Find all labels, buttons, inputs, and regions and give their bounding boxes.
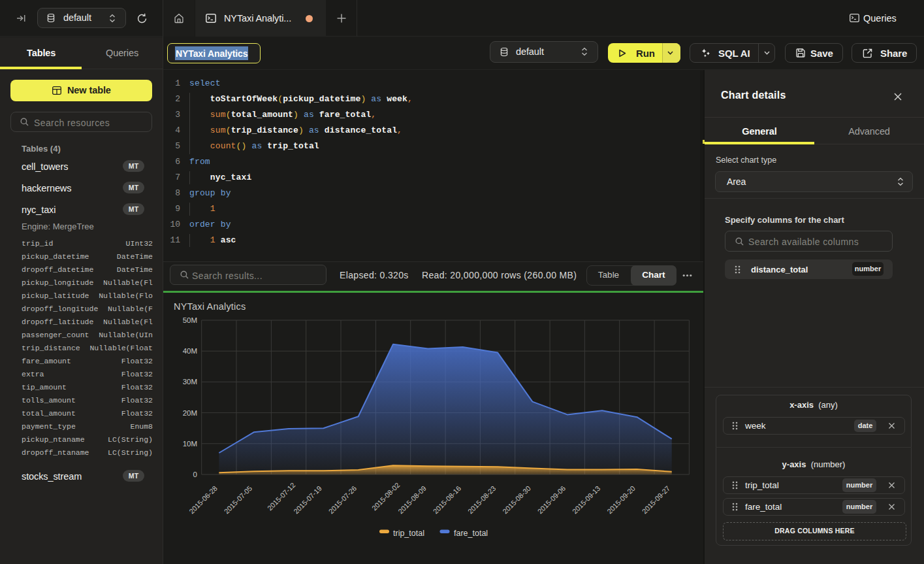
- svg-text:2015-08-30: 2015-08-30: [501, 484, 532, 516]
- svg-text:50M: 50M: [183, 316, 197, 324]
- svg-text:trip_total: trip_total: [393, 529, 424, 538]
- svg-text:20M: 20M: [183, 409, 197, 417]
- svg-text:2015-08-02: 2015-08-02: [370, 481, 402, 512]
- svg-text:2015-09-06: 2015-09-06: [536, 484, 567, 516]
- svg-text:0: 0: [193, 471, 197, 478]
- svg-text:2015-09-13: 2015-09-13: [571, 484, 602, 516]
- svg-text:40M: 40M: [183, 347, 197, 355]
- svg-text:2015-07-12: 2015-07-12: [266, 481, 297, 512]
- svg-text:10M: 10M: [183, 440, 197, 448]
- svg-text:2015-08-09: 2015-08-09: [396, 484, 428, 516]
- svg-text:NYTaxi Analytics: NYTaxi Analytics: [174, 301, 246, 312]
- svg-text:2015-07-19: 2015-07-19: [292, 484, 323, 516]
- svg-text:2015-07-05: 2015-07-05: [223, 484, 254, 516]
- svg-text:30M: 30M: [183, 378, 197, 386]
- svg-text:2015-07-26: 2015-07-26: [327, 484, 358, 516]
- svg-text:2015-08-23: 2015-08-23: [466, 484, 498, 516]
- svg-text:fare_total: fare_total: [454, 529, 488, 538]
- svg-text:2015-09-20: 2015-09-20: [605, 484, 637, 516]
- svg-text:2015-08-16: 2015-08-16: [432, 484, 463, 516]
- svg-text:2015-09-27: 2015-09-27: [641, 484, 672, 516]
- svg-text:2015-06-28: 2015-06-28: [187, 484, 219, 516]
